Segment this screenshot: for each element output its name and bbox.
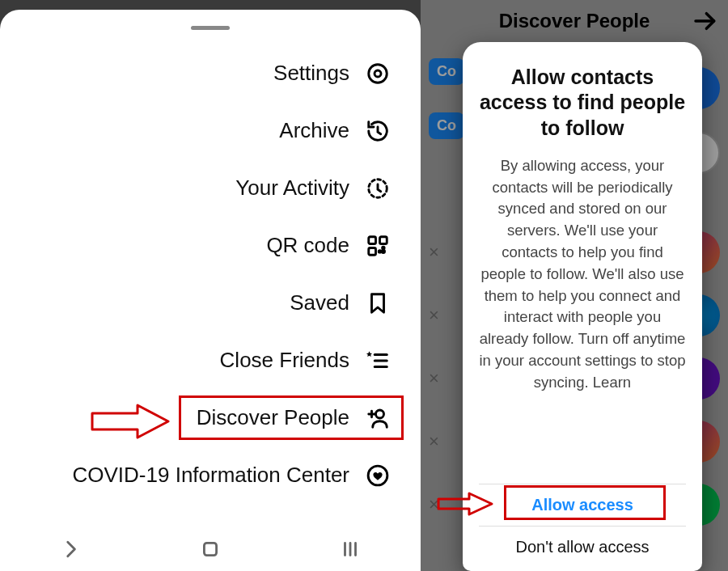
menu-list: Settings Archive Your Activity QR code S bbox=[0, 44, 421, 504]
menu-label: Your Activity bbox=[235, 176, 349, 201]
menu-item-archive[interactable]: Archive bbox=[0, 102, 392, 159]
menu-label: COVID-19 Information Center bbox=[73, 463, 349, 488]
connect-pill[interactable]: Co bbox=[429, 112, 464, 139]
menu-item-saved[interactable]: Saved bbox=[0, 274, 392, 332]
svg-rect-4 bbox=[380, 236, 387, 243]
menu-label: QR code bbox=[266, 233, 349, 258]
dismiss-x-icon[interactable]: × bbox=[429, 305, 439, 326]
forward-arrow-icon[interactable] bbox=[692, 8, 718, 39]
svg-rect-12 bbox=[204, 543, 216, 555]
drag-handle[interactable] bbox=[191, 26, 230, 30]
svg-rect-5 bbox=[369, 247, 376, 255]
heart-circle-icon bbox=[364, 462, 392, 489]
svg-point-8 bbox=[379, 250, 381, 252]
dismiss-x-icon[interactable]: × bbox=[429, 431, 439, 452]
menu-label: Archive bbox=[279, 118, 349, 143]
menu-label: Discover People bbox=[197, 405, 349, 430]
android-nav-bar bbox=[0, 518, 421, 571]
modal-title: Allow contacts access to find people to … bbox=[479, 65, 686, 141]
discover-people-screen: Discover People Co Co × × × × × Allow co… bbox=[421, 0, 728, 571]
svg-point-7 bbox=[383, 247, 385, 249]
dismiss-x-icon[interactable]: × bbox=[429, 368, 439, 389]
screen-header: Discover People bbox=[421, 0, 728, 42]
nav-back-icon[interactable] bbox=[57, 536, 83, 562]
profile-menu-panel: Settings Archive Your Activity QR code S bbox=[0, 10, 421, 571]
svg-point-1 bbox=[375, 70, 381, 77]
modal-body: By allowing access, your contacts will b… bbox=[479, 155, 686, 479]
dont-allow-button[interactable]: Don't allow access bbox=[479, 526, 686, 568]
menu-item-close-friends[interactable]: Close Friends bbox=[0, 332, 392, 389]
svg-rect-3 bbox=[369, 236, 376, 243]
menu-label: Settings bbox=[273, 61, 349, 86]
menu-item-covid[interactable]: COVID-19 Information Center bbox=[0, 446, 392, 504]
nav-home-icon[interactable] bbox=[197, 536, 223, 562]
menu-item-activity[interactable]: Your Activity bbox=[0, 159, 392, 217]
contacts-permission-modal: Allow contacts access to find people to … bbox=[463, 42, 702, 571]
dismiss-x-icon[interactable]: × bbox=[429, 494, 439, 515]
svg-point-6 bbox=[382, 250, 384, 252]
gear-icon bbox=[364, 60, 392, 87]
qr-icon bbox=[364, 232, 392, 260]
allow-access-button[interactable]: Allow access bbox=[479, 484, 686, 526]
close-friends-icon bbox=[364, 347, 392, 374]
nav-recents-icon[interactable] bbox=[337, 536, 363, 562]
svg-point-10 bbox=[376, 410, 384, 418]
modal-actions: Allow access Don't allow access bbox=[479, 484, 686, 568]
menu-item-discover-people[interactable]: Discover People bbox=[0, 389, 392, 446]
archive-icon bbox=[364, 117, 392, 145]
menu-item-settings[interactable]: Settings bbox=[0, 44, 392, 102]
dismiss-x-icon[interactable]: × bbox=[429, 242, 439, 263]
connect-pill[interactable]: Co bbox=[429, 58, 464, 85]
svg-point-0 bbox=[369, 64, 387, 82]
menu-label: Saved bbox=[290, 290, 349, 315]
menu-label: Close Friends bbox=[220, 348, 349, 373]
svg-marker-9 bbox=[366, 351, 372, 357]
activity-icon bbox=[364, 175, 392, 202]
header-title: Discover People bbox=[499, 10, 650, 32]
menu-item-qrcode[interactable]: QR code bbox=[0, 217, 392, 274]
add-person-icon bbox=[364, 404, 392, 432]
bookmark-icon bbox=[364, 290, 392, 317]
